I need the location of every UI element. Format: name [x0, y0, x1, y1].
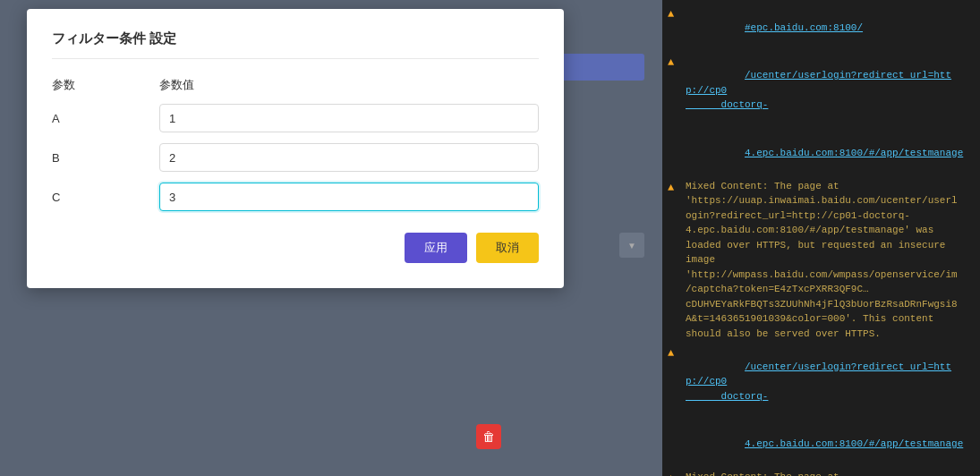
cancel-button[interactable]: 取消	[476, 233, 539, 263]
warn-icon: ▲	[668, 345, 682, 361]
param-label-a: A	[52, 112, 159, 125]
spacer-icon	[668, 423, 682, 438]
apply-button[interactable]: 应用	[405, 233, 467, 263]
console-line: ▲ /ucenter/userlogin?redirect url=http:/…	[662, 343, 980, 421]
console-line: 4.epc.baidu.com:8100/#/app/testmanage	[662, 421, 980, 469]
param-input-a[interactable]	[159, 104, 539, 132]
console-link[interactable]: /ucenter/userlogin?redirect url=http://c…	[686, 70, 951, 110]
dialog-title: フィルター条件 設定	[52, 30, 539, 59]
console-link[interactable]: 4.epc.baidu.com:8100/#/app/testmanage	[745, 148, 963, 158]
console-panel: ▲ #epc.baidu.com:8100/ ▲ /ucenter/userlo…	[662, 0, 980, 476]
param-input-c[interactable]	[159, 183, 539, 211]
param-table: 参数 参数值 A B C	[52, 77, 539, 211]
console-text: /ucenter/userlogin?redirect url=http://c…	[686, 54, 975, 128]
header-param-value: 参数值	[159, 77, 539, 93]
param-row-c: C	[52, 183, 539, 211]
console-line-mixed2: ▲ Mixed Content: The page at'https://uua…	[662, 468, 980, 476]
console-text: 4.epc.baidu.com:8100/#/app/testmanage	[686, 422, 975, 467]
param-header: 参数 参数值	[52, 77, 539, 93]
warn-icon: ▲	[668, 55, 682, 71]
param-label-c: C	[52, 191, 159, 204]
console-text: /ucenter/userlogin?redirect url=http://c…	[686, 344, 975, 419]
console-line: ▲ /ucenter/userlogin?redirect url=http:/…	[662, 52, 980, 130]
param-row-b: B	[52, 143, 539, 172]
dialog: フィルター条件 設定 参数 参数值 A B C 应用	[27, 9, 564, 288]
param-row-a: A	[52, 104, 539, 132]
spacer-icon	[668, 132, 682, 147]
console-line: ▲ #epc.baidu.com:8100/	[662, 4, 980, 52]
console-text: 4.epc.baidu.com:8100/#/app/testmanage	[686, 131, 975, 175]
bg-dropdown: ▼	[619, 233, 644, 258]
console-line-mixed1: ▲ Mixed Content: The page at'https://uua…	[662, 177, 980, 344]
dialog-footer: 应用 取消	[52, 233, 539, 263]
warn-icon: ▲	[668, 6, 682, 22]
console-text: Mixed Content: The page at'https://uuap.…	[686, 179, 975, 342]
console-link[interactable]: /ucenter/userlogin?redirect url=http://c…	[686, 361, 951, 402]
left-panel: 🗑 🔍 Search ▼ フィルター条件 設定 参数 参数值 A B	[0, 0, 662, 476]
bg-delete-button: 🗑	[476, 424, 501, 449]
param-input-b[interactable]	[159, 143, 539, 172]
param-label-b: B	[52, 151, 159, 165]
console-link[interactable]: 4.epc.baidu.com:8100/#/app/testmanage	[745, 438, 963, 449]
header-param-name: 参数	[52, 77, 159, 93]
warn-icon: ▲	[668, 180, 682, 196]
warn-icon: ▲	[668, 471, 682, 476]
console-text: #epc.baidu.com:8100/	[686, 5, 975, 50]
console-link[interactable]: #epc.baidu.com:8100/	[745, 22, 863, 33]
console-line: 4.epc.baidu.com:8100/#/app/testmanage	[662, 129, 980, 177]
console-text: Mixed Content: The page at'https://uuap.…	[686, 470, 975, 476]
